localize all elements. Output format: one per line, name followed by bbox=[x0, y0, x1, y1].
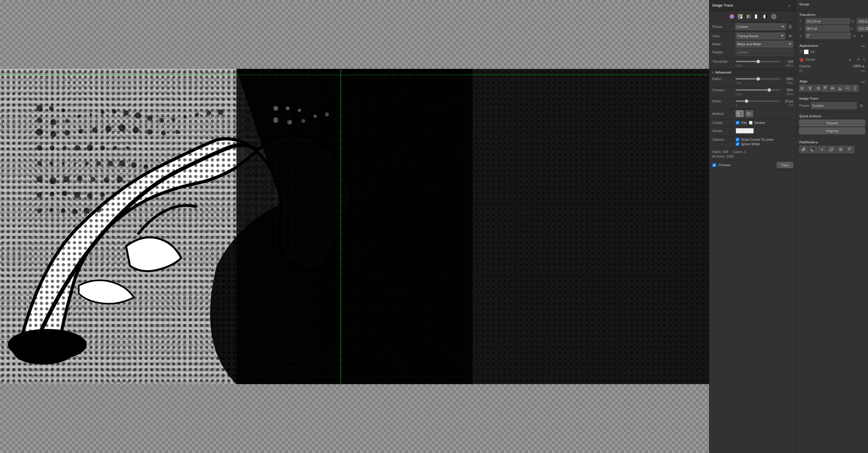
paths-slider[interactable] bbox=[736, 78, 780, 80]
x-input[interactable] bbox=[805, 18, 850, 24]
stroke-left: ▣ Stroke bbox=[799, 57, 815, 62]
create-label: Create: bbox=[712, 121, 734, 124]
expand-button[interactable]: Expand bbox=[799, 120, 865, 126]
fx-more-btn[interactable]: ••• bbox=[861, 69, 865, 73]
align-bottom-btn[interactable] bbox=[837, 85, 843, 91]
distrib-h-btn[interactable] bbox=[844, 85, 851, 91]
pathfinder-unite-btn[interactable] bbox=[799, 146, 808, 153]
paths-thumb[interactable] bbox=[756, 77, 760, 81]
stroke-color-icon: ▣ bbox=[799, 57, 804, 62]
svg-rect-124 bbox=[826, 87, 826, 89]
svg-point-69 bbox=[37, 192, 42, 198]
svg-point-58 bbox=[108, 161, 113, 166]
high-color-icon-btn[interactable] bbox=[737, 13, 744, 20]
svg-point-56 bbox=[85, 161, 89, 165]
svg-point-68 bbox=[117, 176, 123, 182]
w-input[interactable] bbox=[857, 18, 868, 24]
svg-rect-104 bbox=[755, 14, 757, 19]
mode-label: Mode: bbox=[712, 42, 734, 46]
svg-point-73 bbox=[87, 193, 92, 198]
pathfinder-exclude-btn[interactable] bbox=[827, 146, 836, 153]
angle-input[interactable] bbox=[805, 33, 850, 39]
palette-field[interactable] bbox=[736, 49, 793, 56]
threshold-hints: Less More bbox=[712, 64, 793, 68]
grayscale-icon-btn[interactable] bbox=[753, 13, 761, 20]
appearance-more-btn[interactable]: ••• bbox=[861, 44, 865, 49]
svg-point-107 bbox=[772, 14, 776, 19]
svg-point-45 bbox=[50, 145, 54, 150]
ignore-white-checkbox[interactable] bbox=[736, 142, 739, 146]
advanced-header[interactable]: ▾ Advanced bbox=[709, 69, 796, 76]
method-overlapping-btn[interactable] bbox=[745, 111, 753, 117]
paths-value: 50% bbox=[782, 77, 793, 81]
threshold-thumb[interactable] bbox=[756, 60, 760, 63]
svg-rect-90 bbox=[244, 69, 465, 384]
ungroup-button[interactable]: Ungroup bbox=[799, 127, 865, 134]
y-input[interactable] bbox=[805, 26, 850, 31]
trace-button[interactable]: Trace bbox=[777, 162, 793, 168]
stroke-preview bbox=[736, 128, 754, 133]
stroke-select-arrow[interactable]: ▾ bbox=[863, 58, 865, 61]
noise-thumb[interactable] bbox=[745, 99, 748, 103]
svg-point-24 bbox=[123, 111, 129, 116]
svg-rect-100 bbox=[741, 17, 742, 18]
svg-point-18 bbox=[50, 119, 56, 125]
svg-point-23 bbox=[112, 109, 117, 114]
h-input[interactable] bbox=[857, 26, 868, 31]
flip-vertical-btn[interactable]: ⇕ bbox=[859, 33, 865, 39]
auto-color-icon-btn[interactable] bbox=[728, 13, 736, 20]
bw-icon-btn[interactable] bbox=[762, 13, 769, 20]
align-right-btn[interactable] bbox=[814, 85, 821, 91]
right-preset-select[interactable]: Custom bbox=[811, 102, 857, 109]
view-eye-button[interactable]: 👁 bbox=[787, 33, 793, 39]
pathfinder-minus-front-btn[interactable] bbox=[809, 146, 817, 153]
opacity-expand-btn[interactable]: ▶ bbox=[863, 64, 865, 68]
fill-swatch bbox=[804, 50, 809, 54]
snap-curves-checkbox[interactable] bbox=[736, 138, 739, 141]
y-field: Y: bbox=[799, 26, 850, 31]
noise-slider[interactable] bbox=[736, 100, 780, 102]
stroke-up-btn[interactable]: ▲ bbox=[846, 56, 854, 63]
svg-point-80 bbox=[83, 208, 90, 214]
method-section: Method: bbox=[709, 109, 796, 120]
right-preset-settings-btn[interactable]: ⚙ bbox=[858, 102, 865, 109]
distrib-v-btn[interactable] bbox=[852, 85, 859, 91]
paths-min: Low bbox=[736, 81, 741, 85]
canvas-area[interactable] bbox=[0, 0, 709, 453]
noise-hints: 1 100 bbox=[712, 103, 793, 108]
method-abutting-btn[interactable] bbox=[736, 111, 744, 117]
mode-select[interactable]: Black and White bbox=[736, 41, 793, 48]
stroke-down-btn[interactable]: ▼ bbox=[855, 56, 862, 63]
flip-horizontal-btn[interactable]: ⇔ bbox=[852, 33, 858, 39]
corners-thumb[interactable] bbox=[768, 88, 771, 92]
pathfinder-divide-btn[interactable] bbox=[837, 146, 845, 153]
paths-fill bbox=[736, 78, 758, 80]
panel-title: Image Trace bbox=[712, 3, 733, 7]
corners-slider[interactable] bbox=[736, 89, 780, 91]
align-more-btn[interactable]: ••• bbox=[861, 80, 865, 84]
align-center-v-btn[interactable] bbox=[829, 85, 836, 91]
strokes-checkbox[interactable] bbox=[749, 121, 752, 124]
threshold-slider[interactable] bbox=[736, 61, 780, 62]
close-panel-button[interactable]: × bbox=[786, 2, 793, 9]
svg-point-50 bbox=[113, 146, 117, 150]
low-color-icon-btn[interactable] bbox=[745, 13, 752, 20]
fills-checkbox[interactable] bbox=[736, 121, 739, 124]
preview-checkbox[interactable] bbox=[712, 163, 716, 167]
preset-menu-button[interactable]: ☰ bbox=[787, 24, 793, 30]
view-select-wrapper: Tracing Result bbox=[736, 33, 785, 39]
view-select[interactable]: Tracing Result bbox=[736, 33, 785, 39]
x-label: X: bbox=[799, 20, 804, 23]
svg-point-95 bbox=[731, 15, 733, 18]
w-field: W: bbox=[851, 18, 868, 24]
svg-rect-136 bbox=[854, 87, 856, 88]
align-center-h-btn[interactable] bbox=[807, 85, 813, 91]
pathfinder-trim-btn[interactable] bbox=[846, 146, 854, 153]
align-top-btn[interactable] bbox=[822, 85, 829, 91]
preset-select[interactable]: Custom bbox=[735, 23, 786, 30]
svg-point-112 bbox=[748, 112, 751, 115]
svg-rect-127 bbox=[833, 87, 834, 89]
align-left-btn[interactable] bbox=[799, 85, 806, 91]
pathfinder-intersect-btn[interactable] bbox=[818, 146, 826, 153]
outline-icon-btn[interactable] bbox=[770, 13, 777, 20]
